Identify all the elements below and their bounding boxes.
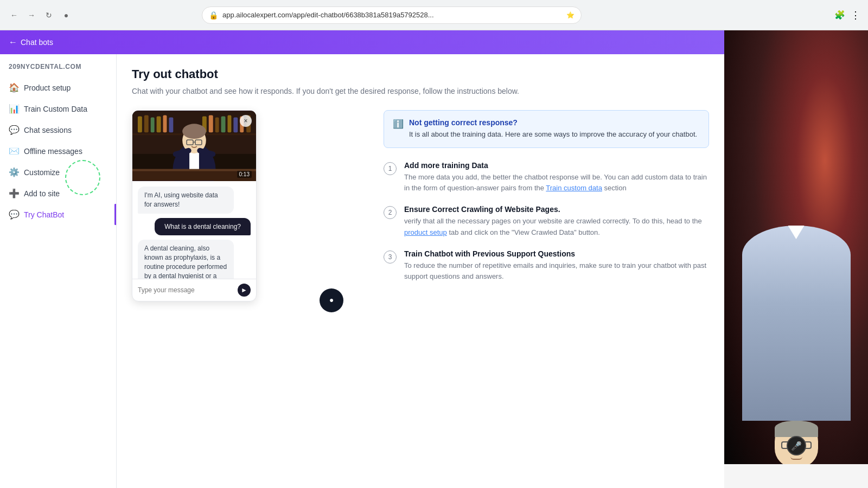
tip-text-2: verify that all the necessary pages on y… [404, 216, 709, 239]
sidebar-item-train-custom-data[interactable]: 📊 Train Custom Data [0, 98, 116, 119]
video-timer: 0:13 [237, 171, 252, 178]
tip-item-3: 3 Train Chatbot with Previous Support Qu… [384, 249, 709, 283]
tip-item-2: 2 Ensure Correct Crawling of Website Pag… [384, 205, 709, 239]
bot-intro-message: I'm AI, using website data for answers! [138, 187, 234, 214]
tip-number-2: 2 [384, 206, 397, 219]
tip-title-2: Ensure Correct Crawling of Website Pages… [404, 205, 709, 214]
chatbot-header: × 0:13 [132, 111, 256, 181]
svg-rect-3 [144, 115, 149, 132]
svg-rect-6 [163, 115, 167, 132]
extensions-icon[interactable]: 🧩 [833, 9, 846, 22]
back-button[interactable]: ← [7, 8, 22, 23]
menu-icon[interactable]: ⋮ [848, 9, 861, 22]
customize-icon: ⚙️ [9, 167, 18, 177]
tip-text-3: To reduce the number of repetitive email… [404, 260, 709, 283]
person-hair [775, 421, 818, 437]
chat-sessions-icon: 💬 [9, 125, 18, 135]
outer-layout: ← Chat bots 209NYCDENTAL.COM 🏠 Product s… [0, 30, 868, 464]
person-mouth [790, 457, 802, 460]
browser-chrome: ← → ↻ ● 🔒 app.ailocalexpert.com/app/edit… [0, 0, 868, 30]
page-subtitle: Chat with your chatbot and see how it re… [132, 86, 709, 97]
microphone-icon: 🎤 [791, 441, 802, 451]
sidebar-item-customize[interactable]: ⚙️ Customize [0, 162, 116, 183]
video-person [742, 226, 851, 464]
back-link-label: Chat bots [21, 38, 53, 47]
chatbot-widget: × 0:13 I'm AI, using website data for an… [132, 110, 257, 301]
train-custom-data-link[interactable]: Train custom data [546, 184, 602, 192]
bot-response-message: A dental cleaning, also known as prophyl… [138, 240, 234, 279]
reload-button[interactable]: ↻ [41, 8, 56, 23]
product-setup-icon: 🏠 [9, 82, 18, 93]
svg-point-21 [182, 124, 206, 139]
sidebar-label-customize: Customize [24, 168, 60, 177]
video-background: 🎤 [724, 30, 868, 464]
sidebar-label-add-to-site: Add to site [24, 189, 60, 198]
sidebar-item-chat-sessions[interactable]: 💬 Chat sessions [0, 119, 116, 140]
svg-rect-4 [151, 117, 155, 132]
back-arrow-icon: ← [9, 37, 17, 47]
svg-rect-9 [209, 115, 213, 132]
browser-nav-buttons: ← → ↻ ● [7, 8, 74, 23]
person-body [742, 226, 851, 421]
send-icon: ► [241, 286, 247, 294]
svg-rect-12 [227, 115, 231, 132]
browser-address-bar[interactable]: 🔒 app.ailocalexpert.com/app/edit-chatbot… [202, 7, 582, 24]
svg-rect-13 [233, 117, 238, 132]
train-data-icon: 📊 [9, 104, 18, 114]
close-chatbot-button[interactable]: × [240, 115, 252, 127]
sidebar-label-try-chatbot: Try ChatBot [24, 210, 64, 219]
close-icon: × [244, 117, 247, 125]
browser-url: app.ailocalexpert.com/app/edit-chatbot/6… [222, 11, 562, 19]
site-name: 209NYCDENTAL.COM [0, 63, 116, 77]
tips-col: ℹ️ Not getting correct response? It is a… [384, 110, 709, 301]
sidebar-label-product-setup: Product setup [24, 84, 71, 92]
browser-toolbar-right: 🧩 ⋮ [833, 9, 861, 22]
not-getting-content: Not getting correct response? It is all … [409, 118, 697, 140]
two-col-layout: × 0:13 I'm AI, using website data for an… [132, 110, 709, 301]
page-title: Try out chatbot [132, 67, 709, 81]
not-getting-response-box: ℹ️ Not getting correct response? It is a… [384, 110, 709, 148]
info-icon: ℹ️ [393, 119, 404, 140]
home-button[interactable]: ● [59, 8, 74, 23]
tip-content-1: Add more training Data The more data you… [404, 161, 709, 195]
video-sidebar: 🎤 [724, 30, 868, 464]
app-header: ← Chat bots [0, 30, 724, 54]
back-to-chatbots[interactable]: ← Chat bots [9, 37, 53, 47]
sidebar-item-product-setup[interactable]: 🏠 Product setup [0, 77, 116, 98]
tip-content-2: Ensure Correct Crawling of Website Pages… [404, 205, 709, 239]
chat-bubble-floating-icon[interactable]: • [320, 288, 343, 312]
chatbot-messages: I'm AI, using website data for answers! … [132, 181, 256, 279]
tip-title-1: Add more training Data [404, 161, 709, 170]
add-to-site-icon: ➕ [9, 188, 18, 198]
app-area: ← Chat bots 209NYCDENTAL.COM 🏠 Product s… [0, 30, 724, 464]
svg-rect-11 [221, 116, 226, 132]
try-chatbot-icon: 💬 [9, 209, 18, 220]
sidebar-item-try-chatbot[interactable]: 💬 Try ChatBot [0, 204, 116, 225]
chatbot-input-area: ► [132, 279, 256, 301]
sidebar-label-chat-sessions: Chat sessions [24, 126, 72, 134]
not-getting-title: Not getting correct response? [409, 118, 697, 127]
product-setup-link[interactable]: product setup [404, 228, 447, 236]
send-message-button[interactable]: ► [238, 284, 251, 297]
forward-button[interactable]: → [24, 8, 39, 23]
svg-rect-7 [169, 117, 173, 132]
offline-messages-icon: ✉️ [9, 146, 18, 156]
tip-content-3: Train Chatbot with Previous Support Ques… [404, 249, 709, 283]
svg-rect-5 [157, 116, 161, 132]
tip1-text-after: section [602, 184, 627, 192]
mic-icon[interactable]: 🎤 [787, 436, 806, 455]
chatbot-message-input[interactable] [138, 286, 233, 294]
svg-rect-10 [215, 117, 219, 132]
content-area: Try out chatbot Chat with your chatbot a… [117, 54, 724, 464]
sidebar-label-train-custom-data: Train Custom Data [24, 105, 87, 113]
svg-rect-2 [138, 116, 142, 132]
not-getting-text: It is all about the training data. Here … [409, 129, 697, 140]
tip-number-3: 3 [384, 251, 397, 264]
sidebar-item-offline-messages[interactable]: ✉️ Offline messages [0, 140, 116, 162]
chatbot-demo-col: × 0:13 I'm AI, using website data for an… [132, 110, 371, 301]
tip2-text-after: tab and click on the "View Crawled Data"… [447, 228, 600, 236]
tip-number-1: 1 [384, 162, 397, 175]
sidebar-label-offline-messages: Offline messages [24, 147, 82, 156]
sidebar-item-add-to-site[interactable]: ➕ Add to site [0, 183, 116, 204]
tip-title-3: Train Chatbot with Previous Support Ques… [404, 249, 709, 258]
